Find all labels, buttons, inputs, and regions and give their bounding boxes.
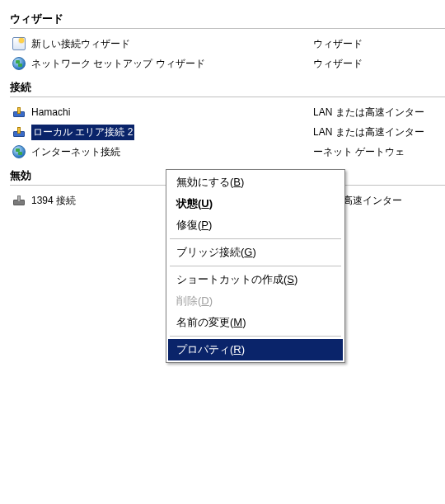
menu-item[interactable]: ショートカットの作成(S) bbox=[168, 269, 343, 290]
divider bbox=[10, 28, 445, 29]
menu-item[interactable]: ブリッジ接続(G) bbox=[168, 242, 343, 263]
list-item[interactable]: ネットワーク セットアップ ウィザード ウィザード bbox=[10, 54, 445, 73]
item-type: LAN または高速インター bbox=[313, 125, 445, 139]
item-label: インターネット接続 bbox=[31, 145, 120, 159]
context-menu: 無効にする(B)状態(U)修復(P)ブリッジ接続(G)ショートカットの作成(S)… bbox=[166, 169, 345, 363]
list-item-selected[interactable]: ローカル エリア接続 2 LAN または高速インター bbox=[10, 122, 445, 142]
menu-separator bbox=[170, 266, 341, 266]
menu-item: 削除(D) bbox=[168, 290, 343, 312]
lan-disabled-icon bbox=[12, 193, 26, 208]
globe-icon bbox=[12, 144, 26, 159]
list-item[interactable]: インターネット接続 ーネット ゲートウェ bbox=[10, 142, 445, 162]
menu-item[interactable]: 修復(P) bbox=[168, 214, 343, 236]
menu-item[interactable]: 無効にする(B) bbox=[168, 172, 343, 193]
item-type: ーネット ゲートウェ bbox=[313, 145, 445, 159]
globe-icon bbox=[12, 56, 26, 71]
divider bbox=[10, 97, 445, 97]
wizard-icon bbox=[12, 36, 26, 51]
lan-icon bbox=[12, 105, 26, 120]
menu-item[interactable]: プロパティ(R) bbox=[168, 339, 343, 360]
menu-item-label: ブリッジ接続(G) bbox=[176, 246, 256, 258]
menu-item-label: 状態(U) bbox=[176, 197, 213, 210]
menu-item[interactable]: 状態(U) bbox=[168, 193, 343, 214]
item-label: 新しい接続ウィザード bbox=[31, 37, 130, 51]
item-label: ネットワーク セットアップ ウィザード bbox=[31, 57, 205, 71]
group-title-connection: 接続 bbox=[10, 80, 445, 95]
menu-item-label: 無効にする(B) bbox=[176, 176, 244, 188]
menu-separator bbox=[170, 336, 341, 337]
menu-item-label: ショートカットの作成(S) bbox=[176, 273, 297, 285]
item-type: ウィザード bbox=[313, 37, 445, 51]
item-type: ウィザード bbox=[313, 57, 445, 71]
list-item[interactable]: Hamachi LAN または高速インター bbox=[10, 102, 445, 122]
lan-icon bbox=[12, 125, 26, 139]
menu-item[interactable]: 名前の変更(M) bbox=[168, 312, 343, 333]
list-item[interactable]: 新しい接続ウィザード ウィザード bbox=[10, 34, 445, 54]
menu-item-label: 名前の変更(M) bbox=[176, 316, 246, 328]
item-type: LAN または高速インター bbox=[313, 106, 445, 120]
group-title-wizard: ウィザード bbox=[10, 12, 445, 26]
item-label: Hamachi bbox=[31, 106, 70, 118]
menu-separator bbox=[170, 238, 341, 239]
menu-item-label: 修復(P) bbox=[176, 219, 212, 231]
item-label: 1394 接続 bbox=[31, 194, 76, 208]
menu-item-label: 削除(D) bbox=[176, 294, 213, 307]
menu-item-label: プロパティ(R) bbox=[176, 343, 245, 356]
item-label: ローカル エリア接続 2 bbox=[31, 125, 134, 140]
